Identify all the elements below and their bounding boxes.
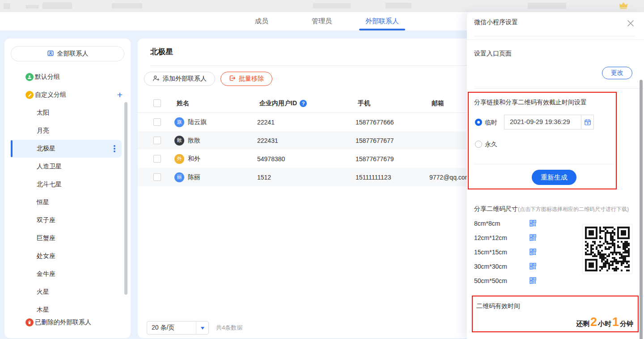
sidebar-item-处女座[interactable]: 处女座: [4, 247, 131, 265]
permanent-label: 永久: [485, 141, 497, 149]
topbar-blob: [4, 3, 10, 9]
page-size-select[interactable]: 20 条/页: [147, 321, 209, 335]
qr-size-row: 50cm*50cm: [467, 274, 644, 288]
sidebar-subitems: 太阳月亮北极星人造卫星北斗七星恒星双子座巨蟹座处女座金牛座火星木星: [4, 104, 131, 319]
divider: [474, 36, 635, 36]
sidebar-item-双子座[interactable]: 双子座: [4, 211, 131, 229]
sidebar-item-巨蟹座[interactable]: 巨蟹座: [4, 229, 131, 247]
sidebar-item-月亮[interactable]: 月亮: [4, 122, 131, 140]
selected-indicator: [11, 140, 13, 157]
divider: [474, 164, 615, 164]
row-checkbox-cell: [153, 173, 174, 181]
sidebar-item-太阳[interactable]: 太阳: [4, 104, 131, 122]
contact-name: 陆云旗: [188, 118, 207, 126]
contacts-book-icon: [47, 50, 54, 58]
qr-size-section-title: 分享二维码尺寸(点击下方图标选择相应的二维码尺寸进行下载): [474, 205, 629, 213]
sidebar-scrollbar[interactable]: [124, 102, 127, 295]
countdown-minutes: 1: [612, 316, 619, 328]
all-contacts-button[interactable]: 全部联系人: [11, 46, 124, 61]
phone-cell: 15877677677: [356, 137, 429, 144]
expiry-datetime-input[interactable]: 2021-09-29 19:36:29: [504, 115, 581, 129]
sidebar-item-label: 双子座: [37, 216, 55, 224]
phone-cell: 15877677679: [356, 155, 429, 163]
tab-外部联系人[interactable]: 外部联系人: [365, 12, 399, 30]
sidebar-groups: 默认分组 自定义分组 + 太阳月亮北极星人造卫星北斗七星恒星双子座巨蟹座处女座金…: [4, 68, 131, 319]
qr-download-icon[interactable]: [530, 234, 536, 242]
change-button[interactable]: 更改: [602, 67, 632, 79]
tab-成员[interactable]: 成员: [255, 12, 268, 30]
item-menu-icon[interactable]: [114, 148, 115, 150]
sidebar-item-label: 月亮: [37, 127, 49, 135]
panel-scrollbar[interactable]: [640, 80, 643, 339]
sidebar-item-label: 火星: [37, 288, 49, 296]
entry-page-label: 设置入口页面: [474, 50, 512, 58]
row-checkbox[interactable]: [153, 137, 161, 144]
qr-size-label: 15cm*15cm: [474, 249, 507, 256]
row-checkbox-cell: [153, 155, 174, 163]
column-phone: 手机: [358, 99, 432, 107]
sidebar-item-label: 恒星: [37, 198, 49, 206]
contact-name: 和外: [188, 155, 200, 163]
pagination: 20 条/页 共4条数据: [147, 321, 242, 335]
sidebar-item-label: 太阳: [37, 109, 49, 117]
countdown-prefix: 还剩: [576, 320, 589, 328]
add-external-contact-button[interactable]: 添加外部联系人: [144, 72, 215, 86]
sidebar-item-custom-group[interactable]: 自定义分组 +: [4, 86, 131, 104]
sidebar-item-人造卫星[interactable]: 人造卫星: [4, 158, 131, 176]
row-checkbox[interactable]: [153, 118, 161, 126]
sidebar-item-北斗七星[interactable]: 北斗七星: [4, 176, 131, 193]
person-icon: [25, 73, 34, 81]
row-checkbox[interactable]: [153, 155, 161, 163]
contacts-sidebar: 全部联系人 默认分组 自定义分组 + 太阳月亮北极星人造卫星北斗七星恒星双子座巨…: [4, 39, 131, 338]
browser-topbar: [0, 0, 644, 12]
sidebar-item-label: 北斗七星: [37, 180, 62, 189]
phone-cell: 15111111123: [356, 174, 429, 181]
qr-download-icon[interactable]: [530, 249, 536, 257]
avatar: 外: [174, 154, 184, 164]
regenerate-button[interactable]: 重新生成: [532, 170, 576, 185]
batch-remove-button[interactable]: 批量移除: [220, 72, 272, 86]
contact-name: 陈丽: [188, 173, 200, 181]
add-group-button[interactable]: +: [117, 90, 123, 100]
chevron-down-icon: [196, 322, 208, 334]
help-icon[interactable]: ?: [300, 100, 307, 107]
sidebar-item-恒星[interactable]: 恒星: [4, 193, 131, 211]
avatar: 散: [174, 136, 184, 146]
qr-size-subtitle: (点击下方图标选择相应的二维码尺寸进行下载): [518, 206, 629, 212]
column-name: 姓名: [174, 99, 259, 107]
sidebar-item-金牛座[interactable]: 金牛座: [4, 265, 131, 283]
name-cell: 丽陈丽: [174, 172, 257, 182]
qr-size-label: 8cm*8cm: [474, 220, 500, 227]
validity-label: 二维码有效时间: [476, 302, 520, 310]
share-expiry-title: 分享链接和分享二维码有效截止时间设置: [474, 99, 587, 107]
sidebar-item-火星[interactable]: 火星: [4, 283, 131, 301]
qr-code-image: [582, 224, 632, 274]
qr-download-icon[interactable]: [530, 220, 536, 228]
pencil-icon: [25, 91, 34, 99]
radio-permanent[interactable]: [475, 141, 482, 148]
divider: [467, 39, 644, 40]
add-person-icon: [153, 75, 160, 83]
all-contacts-label: 全部联系人: [57, 50, 89, 58]
panel-title: 微信小程序设置: [474, 18, 518, 26]
avatar: 丽: [174, 172, 184, 182]
countdown-minutes-unit: 分钟: [620, 320, 633, 328]
toolbar: 添加外部联系人 批量移除: [144, 72, 272, 86]
sidebar-item-default-group[interactable]: 默认分组: [4, 68, 131, 86]
select-all-checkbox[interactable]: [153, 99, 161, 107]
qr-download-icon[interactable]: [530, 277, 536, 285]
miniprogram-settings-panel: 微信小程序设置 设置入口页面 更改 分享链接和分享二维码有效截止时间设置 临时 …: [467, 12, 644, 339]
radio-temporary[interactable]: [475, 119, 482, 126]
calendar-icon[interactable]: [581, 115, 594, 129]
avatar: 旗: [174, 117, 184, 127]
qr-download-icon[interactable]: [530, 263, 536, 271]
topbar-blob: [42, 2, 72, 9]
sidebar-item-label: 已删除的外部联系人: [35, 318, 91, 326]
sidebar-item-label: 人造卫星: [37, 163, 62, 171]
sidebar-item-deleted-contacts[interactable]: 已删除的外部联系人: [4, 313, 131, 331]
tab-管理员[interactable]: 管理员: [312, 12, 332, 30]
sidebar-item-北极星[interactable]: 北极星: [4, 140, 131, 158]
close-icon[interactable]: [625, 18, 636, 29]
row-checkbox[interactable]: [153, 173, 161, 181]
topbar-blob: [25, 5, 39, 9]
